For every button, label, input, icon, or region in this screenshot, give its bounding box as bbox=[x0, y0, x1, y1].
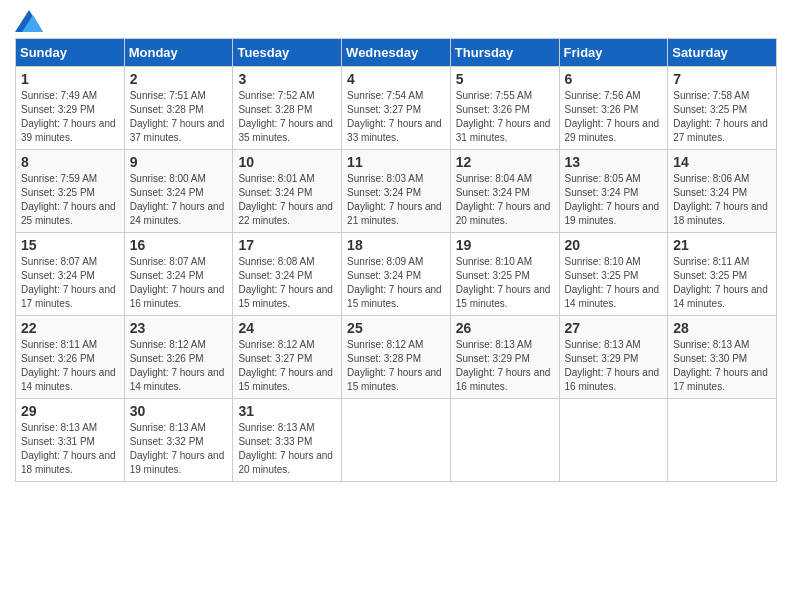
calendar-week-row: 8Sunrise: 7:59 AMSunset: 3:25 PMDaylight… bbox=[16, 150, 777, 233]
col-header-saturday: Saturday bbox=[668, 39, 777, 67]
day-number: 11 bbox=[347, 154, 445, 170]
calendar-cell: 10Sunrise: 8:01 AMSunset: 3:24 PMDayligh… bbox=[233, 150, 342, 233]
day-info: Sunrise: 7:58 AMSunset: 3:25 PMDaylight:… bbox=[673, 89, 771, 145]
day-info: Sunrise: 8:12 AMSunset: 3:27 PMDaylight:… bbox=[238, 338, 336, 394]
logo bbox=[15, 10, 47, 32]
col-header-wednesday: Wednesday bbox=[342, 39, 451, 67]
day-number: 13 bbox=[565, 154, 663, 170]
calendar-cell: 15Sunrise: 8:07 AMSunset: 3:24 PMDayligh… bbox=[16, 233, 125, 316]
day-number: 5 bbox=[456, 71, 554, 87]
day-number: 16 bbox=[130, 237, 228, 253]
day-number: 21 bbox=[673, 237, 771, 253]
calendar-cell: 26Sunrise: 8:13 AMSunset: 3:29 PMDayligh… bbox=[450, 316, 559, 399]
day-info: Sunrise: 8:07 AMSunset: 3:24 PMDaylight:… bbox=[130, 255, 228, 311]
day-number: 30 bbox=[130, 403, 228, 419]
logo-icon bbox=[15, 10, 43, 32]
col-header-tuesday: Tuesday bbox=[233, 39, 342, 67]
day-number: 18 bbox=[347, 237, 445, 253]
calendar-cell: 11Sunrise: 8:03 AMSunset: 3:24 PMDayligh… bbox=[342, 150, 451, 233]
day-number: 7 bbox=[673, 71, 771, 87]
calendar-cell: 6Sunrise: 7:56 AMSunset: 3:26 PMDaylight… bbox=[559, 67, 668, 150]
day-info: Sunrise: 8:07 AMSunset: 3:24 PMDaylight:… bbox=[21, 255, 119, 311]
calendar-cell: 16Sunrise: 8:07 AMSunset: 3:24 PMDayligh… bbox=[124, 233, 233, 316]
day-info: Sunrise: 8:00 AMSunset: 3:24 PMDaylight:… bbox=[130, 172, 228, 228]
day-number: 27 bbox=[565, 320, 663, 336]
day-number: 26 bbox=[456, 320, 554, 336]
calendar-week-row: 1Sunrise: 7:49 AMSunset: 3:29 PMDaylight… bbox=[16, 67, 777, 150]
day-number: 29 bbox=[21, 403, 119, 419]
day-number: 20 bbox=[565, 237, 663, 253]
day-info: Sunrise: 8:01 AMSunset: 3:24 PMDaylight:… bbox=[238, 172, 336, 228]
calendar-cell: 5Sunrise: 7:55 AMSunset: 3:26 PMDaylight… bbox=[450, 67, 559, 150]
calendar-table: SundayMondayTuesdayWednesdayThursdayFrid… bbox=[15, 38, 777, 482]
calendar-week-row: 29Sunrise: 8:13 AMSunset: 3:31 PMDayligh… bbox=[16, 399, 777, 482]
day-number: 12 bbox=[456, 154, 554, 170]
col-header-sunday: Sunday bbox=[16, 39, 125, 67]
calendar-cell: 31Sunrise: 8:13 AMSunset: 3:33 PMDayligh… bbox=[233, 399, 342, 482]
day-number: 6 bbox=[565, 71, 663, 87]
day-info: Sunrise: 7:55 AMSunset: 3:26 PMDaylight:… bbox=[456, 89, 554, 145]
calendar-header-row: SundayMondayTuesdayWednesdayThursdayFrid… bbox=[16, 39, 777, 67]
calendar-cell: 12Sunrise: 8:04 AMSunset: 3:24 PMDayligh… bbox=[450, 150, 559, 233]
day-number: 24 bbox=[238, 320, 336, 336]
day-number: 31 bbox=[238, 403, 336, 419]
calendar-cell bbox=[668, 399, 777, 482]
header bbox=[15, 10, 777, 32]
calendar-cell: 29Sunrise: 8:13 AMSunset: 3:31 PMDayligh… bbox=[16, 399, 125, 482]
calendar-cell: 7Sunrise: 7:58 AMSunset: 3:25 PMDaylight… bbox=[668, 67, 777, 150]
day-info: Sunrise: 8:11 AMSunset: 3:25 PMDaylight:… bbox=[673, 255, 771, 311]
day-number: 19 bbox=[456, 237, 554, 253]
day-info: Sunrise: 8:03 AMSunset: 3:24 PMDaylight:… bbox=[347, 172, 445, 228]
day-info: Sunrise: 7:52 AMSunset: 3:28 PMDaylight:… bbox=[238, 89, 336, 145]
calendar-cell: 20Sunrise: 8:10 AMSunset: 3:25 PMDayligh… bbox=[559, 233, 668, 316]
calendar-cell: 8Sunrise: 7:59 AMSunset: 3:25 PMDaylight… bbox=[16, 150, 125, 233]
calendar-cell: 13Sunrise: 8:05 AMSunset: 3:24 PMDayligh… bbox=[559, 150, 668, 233]
day-info: Sunrise: 7:51 AMSunset: 3:28 PMDaylight:… bbox=[130, 89, 228, 145]
day-number: 2 bbox=[130, 71, 228, 87]
day-info: Sunrise: 8:09 AMSunset: 3:24 PMDaylight:… bbox=[347, 255, 445, 311]
day-info: Sunrise: 7:49 AMSunset: 3:29 PMDaylight:… bbox=[21, 89, 119, 145]
day-number: 23 bbox=[130, 320, 228, 336]
day-info: Sunrise: 7:54 AMSunset: 3:27 PMDaylight:… bbox=[347, 89, 445, 145]
calendar-cell: 4Sunrise: 7:54 AMSunset: 3:27 PMDaylight… bbox=[342, 67, 451, 150]
day-number: 9 bbox=[130, 154, 228, 170]
calendar-cell bbox=[450, 399, 559, 482]
day-info: Sunrise: 8:13 AMSunset: 3:29 PMDaylight:… bbox=[456, 338, 554, 394]
calendar-cell: 25Sunrise: 8:12 AMSunset: 3:28 PMDayligh… bbox=[342, 316, 451, 399]
calendar-cell: 9Sunrise: 8:00 AMSunset: 3:24 PMDaylight… bbox=[124, 150, 233, 233]
col-header-thursday: Thursday bbox=[450, 39, 559, 67]
calendar-cell bbox=[342, 399, 451, 482]
calendar-cell: 2Sunrise: 7:51 AMSunset: 3:28 PMDaylight… bbox=[124, 67, 233, 150]
day-info: Sunrise: 8:11 AMSunset: 3:26 PMDaylight:… bbox=[21, 338, 119, 394]
day-number: 1 bbox=[21, 71, 119, 87]
calendar-cell: 22Sunrise: 8:11 AMSunset: 3:26 PMDayligh… bbox=[16, 316, 125, 399]
day-info: Sunrise: 8:13 AMSunset: 3:33 PMDaylight:… bbox=[238, 421, 336, 477]
calendar-cell: 28Sunrise: 8:13 AMSunset: 3:30 PMDayligh… bbox=[668, 316, 777, 399]
calendar-cell: 19Sunrise: 8:10 AMSunset: 3:25 PMDayligh… bbox=[450, 233, 559, 316]
day-info: Sunrise: 8:13 AMSunset: 3:30 PMDaylight:… bbox=[673, 338, 771, 394]
calendar-cell: 18Sunrise: 8:09 AMSunset: 3:24 PMDayligh… bbox=[342, 233, 451, 316]
calendar-week-row: 15Sunrise: 8:07 AMSunset: 3:24 PMDayligh… bbox=[16, 233, 777, 316]
day-number: 4 bbox=[347, 71, 445, 87]
calendar-cell: 14Sunrise: 8:06 AMSunset: 3:24 PMDayligh… bbox=[668, 150, 777, 233]
calendar-cell: 3Sunrise: 7:52 AMSunset: 3:28 PMDaylight… bbox=[233, 67, 342, 150]
day-number: 22 bbox=[21, 320, 119, 336]
day-number: 17 bbox=[238, 237, 336, 253]
day-info: Sunrise: 8:13 AMSunset: 3:32 PMDaylight:… bbox=[130, 421, 228, 477]
day-info: Sunrise: 8:13 AMSunset: 3:29 PMDaylight:… bbox=[565, 338, 663, 394]
day-info: Sunrise: 8:08 AMSunset: 3:24 PMDaylight:… bbox=[238, 255, 336, 311]
day-info: Sunrise: 8:12 AMSunset: 3:28 PMDaylight:… bbox=[347, 338, 445, 394]
day-number: 8 bbox=[21, 154, 119, 170]
calendar-cell: 17Sunrise: 8:08 AMSunset: 3:24 PMDayligh… bbox=[233, 233, 342, 316]
day-number: 14 bbox=[673, 154, 771, 170]
day-info: Sunrise: 7:56 AMSunset: 3:26 PMDaylight:… bbox=[565, 89, 663, 145]
day-info: Sunrise: 8:10 AMSunset: 3:25 PMDaylight:… bbox=[456, 255, 554, 311]
day-info: Sunrise: 8:05 AMSunset: 3:24 PMDaylight:… bbox=[565, 172, 663, 228]
calendar-cell: 21Sunrise: 8:11 AMSunset: 3:25 PMDayligh… bbox=[668, 233, 777, 316]
day-info: Sunrise: 8:12 AMSunset: 3:26 PMDaylight:… bbox=[130, 338, 228, 394]
day-info: Sunrise: 7:59 AMSunset: 3:25 PMDaylight:… bbox=[21, 172, 119, 228]
calendar-cell: 27Sunrise: 8:13 AMSunset: 3:29 PMDayligh… bbox=[559, 316, 668, 399]
day-number: 25 bbox=[347, 320, 445, 336]
day-info: Sunrise: 8:04 AMSunset: 3:24 PMDaylight:… bbox=[456, 172, 554, 228]
calendar-week-row: 22Sunrise: 8:11 AMSunset: 3:26 PMDayligh… bbox=[16, 316, 777, 399]
